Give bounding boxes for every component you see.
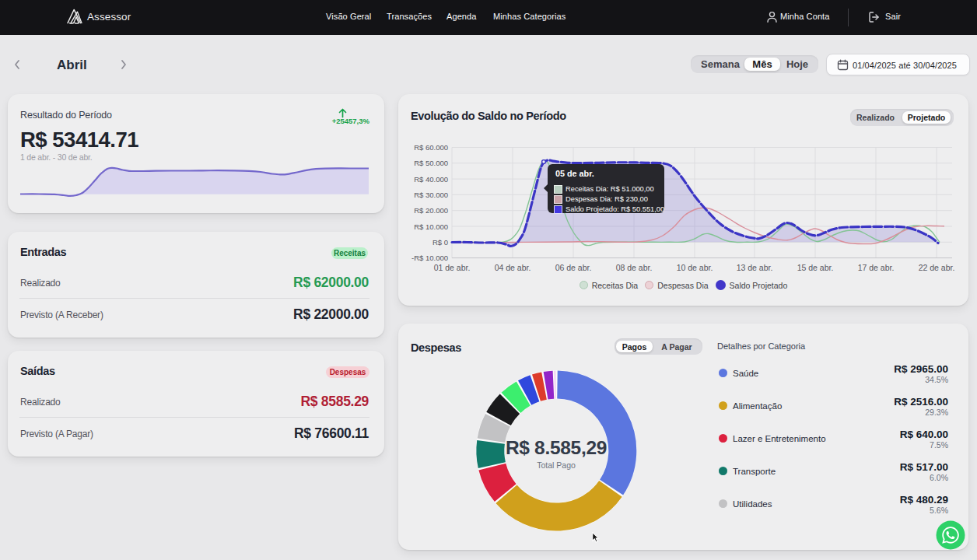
svg-text:04 de abr.: 04 de abr.	[495, 263, 531, 272]
svg-text:01 de abr.: 01 de abr.	[434, 263, 471, 272]
svg-text:17 de abr.: 17 de abr.	[858, 263, 895, 272]
svg-text:R$ 40.000: R$ 40.000	[414, 175, 448, 184]
svg-text:R$ 50.000: R$ 50.000	[414, 159, 448, 167]
svg-text:R$ 60.000: R$ 60.000	[414, 143, 448, 152]
svg-text:R$ 30.000: R$ 30.000	[414, 191, 448, 199]
svg-text:22 de abr.: 22 de abr.	[919, 263, 955, 272]
svg-text:R$ 10.000: R$ 10.000	[414, 222, 448, 231]
svg-text:R$ 0: R$ 0	[432, 238, 448, 247]
svg-text:15 de abr.: 15 de abr.	[797, 263, 834, 272]
svg-text:13 de abr.: 13 de abr.	[737, 263, 773, 272]
svg-text:R$ 20.000: R$ 20.000	[414, 206, 448, 215]
svg-text:10 de abr.: 10 de abr.	[677, 263, 713, 272]
svg-text:-R$ 10.000: -R$ 10.000	[411, 254, 448, 262]
svg-text:06 de abr.: 06 de abr.	[555, 263, 592, 272]
svg-text:08 de abr.: 08 de abr.	[616, 263, 653, 272]
